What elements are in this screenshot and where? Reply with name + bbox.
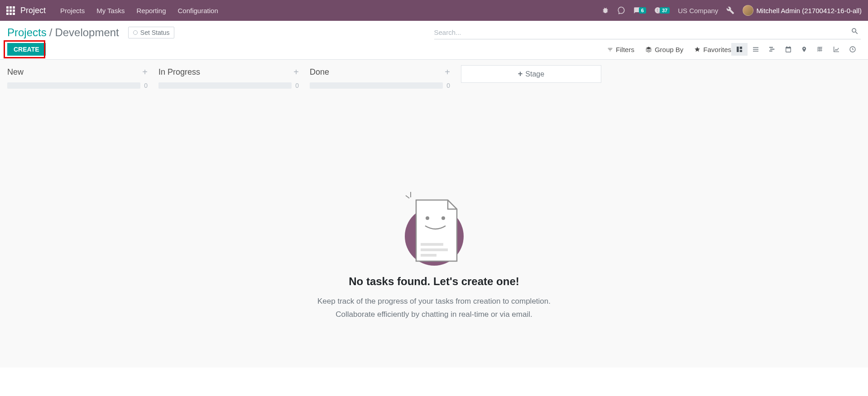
view-list-icon[interactable] xyxy=(748,43,764,56)
empty-illustration xyxy=(396,191,473,268)
svg-rect-1 xyxy=(737,47,739,52)
svg-rect-6 xyxy=(769,51,772,52)
column-add-icon[interactable]: + xyxy=(142,67,148,77)
empty-description: Keep track of the progress of your tasks… xyxy=(276,295,593,321)
control-panel: Projects / Development Set Status CREATE xyxy=(0,21,868,60)
view-gantt-icon[interactable] xyxy=(764,43,780,56)
set-status-button[interactable]: Set Status xyxy=(128,27,175,38)
kanban-column-done: Done + 0 xyxy=(310,65,450,89)
svg-rect-5 xyxy=(770,49,774,50)
document-icon xyxy=(414,198,459,263)
debug-icon[interactable] xyxy=(602,7,609,14)
svg-rect-14 xyxy=(421,254,436,257)
progress-bar xyxy=(310,82,443,89)
svg-line-9 xyxy=(406,196,409,198)
svg-rect-2 xyxy=(740,47,742,49)
progress-bar xyxy=(158,82,292,89)
breadcrumb-current: Development xyxy=(55,26,119,39)
activities-icon[interactable]: 37 xyxy=(654,7,670,14)
tools-icon[interactable] xyxy=(726,6,734,14)
plus-icon: + xyxy=(518,69,523,79)
nav-configuration[interactable]: Configuration xyxy=(178,7,218,14)
user-menu[interactable]: Mitchell Admin (21700412-16-0-all) xyxy=(743,5,862,16)
view-map-icon[interactable] xyxy=(796,43,812,56)
svg-point-11 xyxy=(441,216,445,220)
nav-reporting[interactable]: Reporting xyxy=(136,7,166,14)
empty-title: No tasks found. Let's create one! xyxy=(276,275,593,288)
view-activity-icon[interactable] xyxy=(844,43,861,56)
svg-rect-4 xyxy=(769,47,773,48)
app-name: Project xyxy=(20,6,46,15)
svg-point-10 xyxy=(426,216,429,220)
breadcrumb: Projects / Development xyxy=(7,26,119,39)
column-title[interactable]: In Progress xyxy=(158,67,200,77)
svg-rect-12 xyxy=(421,243,443,246)
search-icon[interactable] xyxy=(849,27,861,37)
top-navbar: Project Projects My Tasks Reporting Conf… xyxy=(0,0,868,21)
empty-state: No tasks found. Let's create one! Keep t… xyxy=(276,191,593,321)
search-input[interactable] xyxy=(434,29,849,36)
support-icon[interactable] xyxy=(617,6,625,14)
messages-badge: 6 xyxy=(639,7,646,14)
spark-icon xyxy=(404,191,417,205)
create-button[interactable]: CREATE xyxy=(7,43,46,56)
breadcrumb-projects[interactable]: Projects xyxy=(7,26,47,39)
column-count: 0 xyxy=(295,82,299,89)
user-name: Mitchell Admin (21700412-16-0-all) xyxy=(756,7,862,14)
svg-rect-3 xyxy=(740,50,742,52)
status-circle-icon xyxy=(133,30,138,35)
column-count: 0 xyxy=(446,82,450,89)
activities-badge: 37 xyxy=(660,7,670,14)
company-selector[interactable]: US Company xyxy=(678,7,718,14)
nav-projects[interactable]: Projects xyxy=(60,7,85,14)
apps-menu-icon[interactable] xyxy=(6,6,15,15)
view-pivot-icon[interactable] xyxy=(812,43,828,56)
avatar xyxy=(743,5,753,16)
kanban-column-new: New + 0 xyxy=(7,65,148,89)
column-add-icon[interactable]: + xyxy=(445,67,450,77)
messages-icon[interactable]: 6 xyxy=(633,7,646,14)
nav-menu: Projects My Tasks Reporting Configuratio… xyxy=(60,7,218,14)
view-kanban-icon[interactable] xyxy=(731,43,748,56)
column-count: 0 xyxy=(144,82,148,89)
column-add-icon[interactable]: + xyxy=(293,67,299,77)
svg-rect-13 xyxy=(421,248,448,251)
group-by-button[interactable]: Group By xyxy=(645,46,683,53)
add-stage-button[interactable]: + Stage xyxy=(461,65,601,83)
column-title[interactable]: New xyxy=(7,67,24,77)
favorites-button[interactable]: Favorites xyxy=(694,46,731,53)
progress-bar xyxy=(7,82,140,89)
search-bar xyxy=(434,25,861,39)
column-title[interactable]: Done xyxy=(310,67,329,77)
kanban-column-in-progress: In Progress + 0 xyxy=(158,65,299,89)
nav-my-tasks[interactable]: My Tasks xyxy=(96,7,125,14)
filters-button[interactable]: Filters xyxy=(607,46,634,53)
view-calendar-icon[interactable] xyxy=(780,43,796,56)
view-graph-icon[interactable] xyxy=(828,43,844,56)
